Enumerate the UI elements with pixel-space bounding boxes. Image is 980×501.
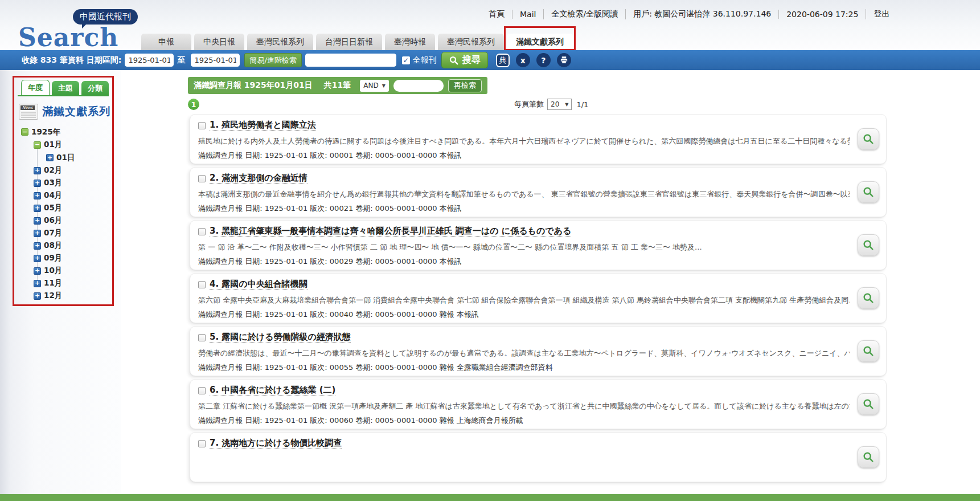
tree-node: 01月 [18,139,109,151]
page-size-select[interactable]: 20▼ [547,99,572,110]
keyword-input[interactable] [305,54,396,67]
tree-node-label[interactable]: 04月 [44,190,62,201]
tree-node-label[interactable]: 07月 [44,228,62,238]
result-title-link[interactable]: 4. 露國の中央組合諸機關 [210,279,307,290]
tree-node-label[interactable]: 1925年 [31,127,60,137]
sidebar-tab[interactable]: 年度 [21,80,50,95]
top-nav-item[interactable]: 用戶: 教圖公司谌怡萍 36.110.97.146 [625,9,778,19]
tree-toggle-icon[interactable] [34,217,41,225]
result-title-link[interactable]: 7. 洮南地方に於ける物價比較調查 [210,438,342,449]
view-detail-button[interactable] [858,340,879,362]
chevron-down-icon: ▼ [565,102,568,107]
result-title-link[interactable]: 3. 黑龍江省肇東縣一般事情本調查は齊々哈爾公所長早川正雄氏 調查一はの に係る… [210,226,571,237]
sidebar-tab[interactable]: 主題 [52,81,79,95]
tree-node-label[interactable]: 11月 [44,278,62,288]
tree-node-label[interactable]: 01日 [56,153,75,163]
date-to-input[interactable] [191,54,240,67]
newspaper-tabs: 申報 中央日報 臺灣民報系列 台灣日日新報 臺灣時報 臺灣民報系列 滿鐵文獻系列 [141,34,573,50]
newspaper-tab[interactable]: 台灣日日新報 [316,34,382,50]
top-nav-item[interactable]: 全文檢索/全版閱讀 [543,9,625,19]
result-title-link[interactable]: 1. 殖民地勞働者と國際立法 [210,120,316,131]
view-detail-button[interactable] [858,128,879,150]
refine-search-input[interactable] [393,80,444,92]
result-card: 4. 露國の中央組合諸機關 第六節 全露中央亞麻及大麻栽培業組合聯合會第一節 消… [190,273,887,323]
view-detail-button[interactable] [858,181,879,203]
top-nav-item[interactable]: 首頁 [481,9,512,19]
result-checkbox[interactable] [198,387,206,394]
tree-toggle-icon[interactable] [34,192,41,199]
sidebar-annotation-box: 年度 主題 分類 滿鐵文獻系列 1925年 01月 [13,76,114,306]
tree-toggle-icon[interactable] [34,292,41,300]
tree-toggle-icon[interactable] [34,205,41,212]
result-title-link[interactable]: 6. 中國各省に於ける蠶絲業 (二) [210,385,335,396]
view-detail-button[interactable] [858,287,879,309]
date-from-input[interactable] [125,54,174,67]
tree-node: 05月 [18,202,109,214]
print-icon[interactable] [557,53,571,67]
result-checkbox[interactable] [198,175,206,182]
tree-node-label[interactable]: 12月 [44,291,62,301]
tree-toggle-icon[interactable] [34,267,41,275]
tree-toggle-icon[interactable] [34,180,41,187]
sidebar-tab[interactable]: 分類 [81,81,109,95]
result-checkbox[interactable] [198,440,206,447]
newspaper-tab[interactable]: 滿鐵文獻系列 [507,34,573,50]
tree-node: 06月 [18,214,109,227]
result-title-link[interactable]: 5. 露國に於ける勞働階級の經濟狀態 [210,332,351,343]
tree-toggle-icon[interactable] [34,242,41,250]
view-detail-button[interactable] [858,234,879,256]
result-title-row: 2. 滿洲支那側の金融近情 [198,173,850,184]
newspaper-tab[interactable]: 申報 [141,34,191,50]
tree-toggle-icon[interactable] [34,167,41,174]
result-title-row: 3. 黑龍江省肇東縣一般事情本調查は齊々哈爾公所長早川正雄氏 調查一はの に係る… [198,226,850,237]
newspaper-tab[interactable]: 臺灣時報 [385,34,435,50]
tree-node-label[interactable]: 09月 [44,253,62,263]
tree-node-label[interactable]: 05月 [44,203,62,213]
tree-node: 1925年 [18,125,109,139]
tree-node: 12月 [18,290,109,302]
tree-toggle-icon[interactable] [34,255,41,262]
view-detail-button[interactable] [858,393,879,415]
tree-node-label[interactable]: 01月 [44,140,62,150]
tree-node-label[interactable]: 03月 [44,178,62,188]
top-nav-item[interactable]: 2020-06-09 17:25 [778,10,866,19]
tree-toggle-icon[interactable] [21,128,28,136]
magnifier-icon [862,239,875,251]
result-snippet: 本稿は滿洲支那側の最近金融事情を紹介せん爲め銀行週報其他の華文資料を翻譯加筆せる… [198,189,850,199]
result-checkbox[interactable] [198,334,206,341]
tree-toggle-icon[interactable] [34,230,41,237]
result-title-link[interactable]: 2. 滿洲支那側の金融近情 [210,173,307,184]
page-number-badge[interactable]: 1 [188,99,199,110]
result-checkbox[interactable] [198,122,206,129]
tree-node-label[interactable]: 02月 [44,165,62,176]
tree-toggle-icon[interactable] [46,154,54,161]
tree-node: 11月 [18,277,109,290]
newspaper-tab[interactable]: 臺灣民報系列 [438,34,504,50]
tree-node: 01日 [18,151,109,164]
sidebar: 年度 主題 分類 滿鐵文獻系列 1925年 01月 [0,70,121,494]
tree-node-label[interactable]: 06月 [44,215,62,226]
tree-toggle-icon[interactable] [34,141,41,149]
result-title-row: 4. 露國の中央組合諸機關 [198,279,850,290]
result-checkbox[interactable] [198,281,206,288]
search-button[interactable]: 搜尋 [441,52,488,68]
help-icon[interactable]: ? [536,53,551,67]
search-icon [449,55,459,66]
tree-node-label[interactable]: 08月 [44,241,62,251]
close-icon[interactable]: x [516,53,530,67]
view-detail-button[interactable] [858,446,879,468]
operator-select[interactable]: AND▼ [360,80,389,92]
tree-toggle-icon[interactable] [34,280,41,287]
record-count-label: 收錄 833 筆資料 日期區間: [22,55,121,66]
dictionary-icon[interactable]: 典 [496,54,510,67]
simple-advanced-search-button[interactable]: 簡易/進階檢索 [244,53,301,67]
result-checkbox[interactable] [198,228,206,235]
top-nav-item[interactable]: Mail [512,10,543,19]
all-papers-checkbox[interactable]: ✓ [402,56,410,64]
top-nav-item[interactable]: 登出 [866,9,897,19]
tree-node: 10月 [18,264,109,277]
tree-node-label[interactable]: 10月 [44,266,62,276]
refine-search-button[interactable]: 再檢索 [448,79,482,92]
newspaper-tab[interactable]: 臺灣民報系列 [247,34,313,50]
newspaper-tab[interactable]: 中央日報 [194,34,244,50]
